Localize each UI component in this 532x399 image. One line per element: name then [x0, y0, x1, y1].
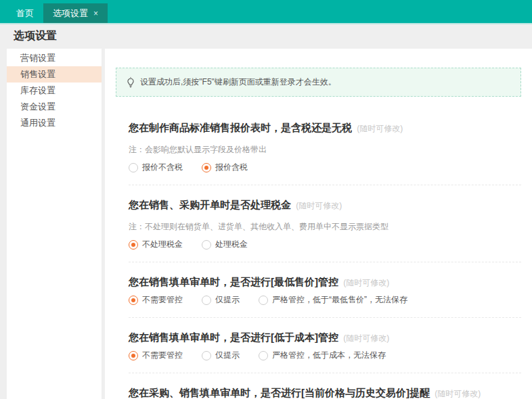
- radio-button[interactable]: [129, 240, 138, 250]
- setting-hint: (随时可修改): [355, 124, 403, 133]
- radio-option[interactable]: 报价含税: [202, 162, 248, 173]
- radio-option-label: 不需要管控: [142, 294, 183, 306]
- setting-title: 您在销售填单审单时，是否进行[低于成本]管控 (随时可修改): [129, 331, 521, 344]
- setting-note: 注：会影响您默认显示字段及价格带出: [129, 144, 521, 156]
- radio-button[interactable]: [129, 351, 138, 360]
- tab-label: 首页: [16, 7, 34, 20]
- top-tab-bar: 首页 选项设置 ×: [0, 0, 532, 24]
- app-window: 首页 选项设置 × 选项设置 营销设置 销售设置 库存设置 资金设置 通用设置: [0, 0, 532, 399]
- setting-title: 您在销售填单审单时，是否进行[最低售价]管控 (随时可修改): [129, 276, 521, 289]
- setting-title: 您在制作商品标准销售报价表时，是含税还是无税 (随时可修改): [129, 122, 521, 135]
- sidebar-item[interactable]: 营销设置: [7, 50, 102, 66]
- setting-title: 您在采购、销售填单审单时，是否进行[当前价格与历史交易价]提醒 (随时可修改): [129, 387, 521, 399]
- setting-section: 您在销售填单审单时，是否进行[最低售价]管控 (随时可修改) 不需要管控 仅提示…: [129, 262, 521, 318]
- setting-hint: (随时可修改): [433, 389, 481, 398]
- sidebar-item-label: 销售设置: [20, 69, 56, 79]
- sidebar-item[interactable]: 资金设置: [7, 99, 102, 115]
- radio-option[interactable]: 严格管控，低于“最低售价”，无法保存: [259, 294, 407, 306]
- radio-option-label: 报价不含税: [142, 162, 183, 173]
- setting-hint: (随时可修改): [294, 201, 342, 210]
- sidebar-item-label: 库存设置: [20, 85, 56, 95]
- radio-option-label: 仅提示: [215, 294, 240, 306]
- radio-option[interactable]: 仅提示: [202, 350, 240, 361]
- page-header: 选项设置: [0, 24, 532, 47]
- sidebar-item[interactable]: 通用设置: [7, 115, 102, 131]
- sidebar-item-label: 通用设置: [20, 118, 56, 128]
- radio-option-label: 严格管控，低于成本，无法保存: [272, 350, 386, 361]
- settings-main-panel: 设置成功后,须按"F5"键刷新页面或重新登录才会生效。 您在制作商品标准销售报价…: [105, 49, 532, 399]
- radio-option[interactable]: 不处理税金: [129, 239, 183, 250]
- radio-group: 不处理税金 处理税金: [129, 239, 521, 250]
- radio-button[interactable]: [129, 163, 138, 172]
- radio-button[interactable]: [202, 296, 211, 305]
- sidebar-item-label: 营销设置: [20, 53, 56, 63]
- radio-option[interactable]: 仅提示: [202, 294, 240, 306]
- sidebar-item-label: 资金设置: [20, 101, 56, 112]
- close-icon[interactable]: ×: [93, 9, 98, 18]
- tab-home[interactable]: 首页: [7, 3, 43, 23]
- radio-button[interactable]: [202, 240, 211, 250]
- sidebar-menu: 营销设置 销售设置 库存设置 资金设置 通用设置: [7, 50, 102, 131]
- radio-option-label: 报价含税: [215, 162, 248, 173]
- radio-group: 报价不含税 报价含税: [129, 162, 521, 173]
- settings-sections: 您在制作商品标准销售报价表时，是含税还是无税 (随时可修改) 注：会影响您默认显…: [105, 97, 532, 399]
- page-title: 选项设置: [14, 29, 57, 43]
- setting-section: 您在制作商品标准销售报价表时，是含税还是无税 (随时可修改) 注：会影响您默认显…: [129, 97, 521, 185]
- settings-sidebar: 营销设置 销售设置 库存设置 资金设置 通用设置: [7, 49, 102, 399]
- radio-option-label: 处理税金: [215, 239, 248, 250]
- sidebar-item[interactable]: 库存设置: [7, 83, 102, 99]
- radio-option-label: 仅提示: [215, 350, 240, 361]
- radio-button[interactable]: [129, 296, 138, 305]
- notice-text: 设置成功后,须按"F5"键刷新页面或重新登录才会生效。: [140, 76, 336, 88]
- setting-note: 注：不处理则在销货单、进货单、其他收入单、费用单中不显示票据类型: [129, 221, 521, 233]
- radio-option-label: 不需要管控: [142, 350, 183, 361]
- setting-section: 您在采购、销售填单审单时，是否进行[当前价格与历史交易价]提醒 (随时可修改) …: [129, 373, 521, 399]
- setting-hint: (随时可修改): [341, 278, 389, 287]
- setting-title: 您在销售、采购开单时是否处理税金 (随时可修改): [129, 199, 521, 212]
- radio-option[interactable]: 不需要管控: [129, 350, 183, 361]
- radio-group: 不需要管控 仅提示 严格管控，低于成本，无法保存: [129, 350, 521, 361]
- radio-option[interactable]: 报价不含税: [129, 162, 183, 173]
- tab-label: 选项设置: [53, 7, 88, 20]
- radio-option-label: 不处理税金: [142, 239, 183, 250]
- lightbulb-icon: [126, 77, 135, 88]
- radio-button[interactable]: [202, 351, 211, 360]
- radio-option[interactable]: 处理税金: [202, 239, 248, 250]
- radio-button[interactable]: [259, 296, 268, 305]
- setting-section: 您在销售、采购开单时是否处理税金 (随时可修改) 注：不处理则在销货单、进货单、…: [129, 185, 521, 262]
- radio-option[interactable]: 不需要管控: [129, 294, 183, 306]
- setting-section: 您在销售填单审单时，是否进行[低于成本]管控 (随时可修改) 不需要管控 仅提示…: [129, 318, 521, 373]
- tab-active[interactable]: 选项设置 ×: [43, 3, 108, 23]
- radio-group: 不需要管控 仅提示 严格管控，低于“最低售价”，无法保存: [129, 294, 521, 306]
- sidebar-item[interactable]: 销售设置: [7, 66, 102, 83]
- radio-button[interactable]: [259, 351, 268, 360]
- setting-hint: (随时可修改): [341, 333, 389, 343]
- radio-option[interactable]: 严格管控，低于成本，无法保存: [259, 350, 386, 361]
- radio-button[interactable]: [202, 163, 211, 172]
- success-notice: 设置成功后,须按"F5"键刷新页面或重新登录才会生效。: [116, 68, 521, 97]
- radio-option-label: 严格管控，低于“最低售价”，无法保存: [272, 294, 407, 306]
